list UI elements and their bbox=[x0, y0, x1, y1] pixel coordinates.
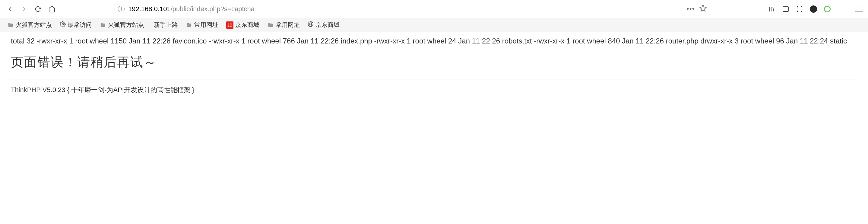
menu-icon[interactable] bbox=[855, 5, 863, 13]
bookmark-label: 京东商城 bbox=[315, 21, 340, 29]
bookmark-label: 常用网址 bbox=[276, 21, 300, 29]
dark-circle-icon[interactable] bbox=[809, 5, 818, 13]
library-icon[interactable] bbox=[768, 5, 776, 13]
back-button[interactable] bbox=[5, 4, 16, 15]
folder-icon bbox=[7, 22, 14, 28]
url-text[interactable]: 192.168.0.101/public/index.php?s=captcha bbox=[128, 5, 687, 13]
browser-toolbar: i 192.168.0.101/public/index.php?s=captc… bbox=[0, 0, 868, 18]
error-heading: 页面错误！请稍后再试～ bbox=[11, 54, 857, 71]
svg-rect-4 bbox=[783, 7, 788, 11]
info-icon[interactable]: i bbox=[118, 6, 125, 12]
bookmark-item-0[interactable]: 火狐官方站点 bbox=[7, 21, 52, 29]
bookmark-item-1[interactable]: 最常访问 bbox=[60, 21, 92, 29]
page-content: total 32 -rwxr-xr-x 1 root wheel 1150 Ja… bbox=[0, 32, 868, 98]
green-circle-icon[interactable] bbox=[823, 5, 832, 13]
bookmark-label: 京东商城 bbox=[235, 21, 259, 29]
forward-button[interactable] bbox=[19, 4, 30, 15]
bookmark-star-icon[interactable] bbox=[699, 4, 707, 13]
url-actions: ••• bbox=[687, 4, 707, 13]
svg-line-3 bbox=[773, 7, 774, 11]
footer-text: V5.0.23 { 十年磨一剑-为API开发设计的高性能框架 } bbox=[41, 86, 194, 93]
sidebar-icon[interactable] bbox=[781, 5, 790, 13]
bookmark-item-3[interactable]: 新手上路 bbox=[152, 21, 178, 29]
reload-button[interactable] bbox=[33, 4, 43, 15]
svg-marker-0 bbox=[700, 5, 706, 11]
toolbar-separator bbox=[840, 4, 840, 14]
bookmark-item-7[interactable]: 京东商城 bbox=[308, 21, 340, 29]
divider bbox=[11, 79, 857, 79]
gear-icon bbox=[60, 21, 66, 29]
folder-icon bbox=[186, 22, 192, 28]
bookmark-item-5[interactable]: JD京东商城 bbox=[226, 21, 259, 29]
globe-icon bbox=[308, 21, 314, 29]
footer-line: ThinkPHP V5.0.23 { 十年磨一剑-为API开发设计的高性能框架 … bbox=[11, 85, 857, 94]
folder-icon bbox=[99, 22, 106, 28]
url-path: /public/index.php?s=captcha bbox=[171, 5, 254, 13]
url-bar[interactable]: i 192.168.0.101/public/index.php?s=captc… bbox=[115, 3, 710, 15]
bookmark-item-4[interactable]: 常用网址 bbox=[186, 21, 218, 29]
bookmark-label: 新手上路 bbox=[154, 21, 178, 29]
bookmark-item-6[interactable]: 常用网址 bbox=[267, 21, 300, 29]
bookmarks-bar: 火狐官方站点最常访问火狐官方站点新手上路常用网址JD京东商城常用网址京东商城 bbox=[0, 18, 868, 32]
more-icon[interactable]: ••• bbox=[687, 5, 695, 12]
bookmark-label: 最常访问 bbox=[67, 21, 92, 29]
url-host: 192.168.0.101 bbox=[128, 5, 171, 13]
bookmark-label: 火狐官方站点 bbox=[108, 21, 144, 29]
folder-icon bbox=[267, 22, 274, 28]
bookmark-item-2[interactable]: 火狐官方站点 bbox=[99, 21, 144, 29]
screenshot-icon[interactable] bbox=[795, 5, 804, 13]
right-toolbar bbox=[768, 4, 863, 14]
jd-icon: JD bbox=[226, 22, 234, 29]
terminal-output: total 32 -rwxr-xr-x 1 root wheel 1150 Ja… bbox=[11, 36, 857, 47]
home-button[interactable] bbox=[46, 4, 57, 15]
svg-point-6 bbox=[62, 24, 64, 25]
bookmark-label: 火狐官方站点 bbox=[16, 21, 52, 29]
thinkphp-link[interactable]: ThinkPHP bbox=[11, 86, 41, 93]
bookmark-label: 常用网址 bbox=[194, 21, 218, 29]
